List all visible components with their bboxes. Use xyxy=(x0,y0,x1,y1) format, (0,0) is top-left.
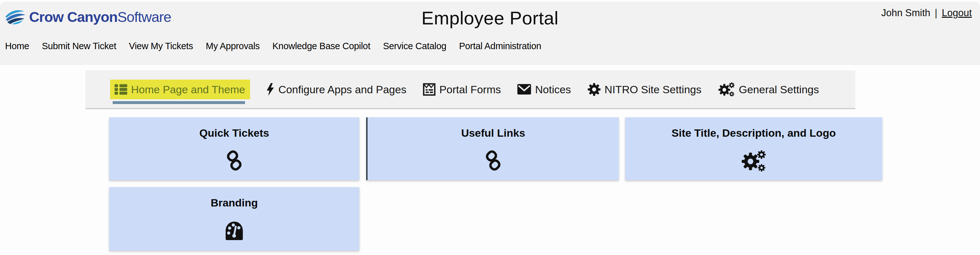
tile-site-title-description-logo[interactable]: Site Title, Description, and Logo xyxy=(625,117,882,180)
tab-label: NITRO Site Settings xyxy=(605,84,702,95)
tile-title: Useful Links xyxy=(461,127,525,139)
nav-item-service-catalog[interactable]: Service Catalog xyxy=(383,41,446,51)
admin-tab-bar: Home Page and Theme Configure Apps and P… xyxy=(86,71,855,109)
nav-item-submit-new-ticket[interactable]: Submit New Ticket xyxy=(42,41,116,51)
nav-item-my-approvals[interactable]: My Approvals xyxy=(206,41,259,51)
bolt-icon xyxy=(267,83,274,96)
gear-icon xyxy=(587,83,601,96)
nav-item-knowledge-base-copilot[interactable]: Knowledge Base Copilot xyxy=(272,41,370,51)
tile-title: Branding xyxy=(210,197,258,209)
form-icon xyxy=(423,83,436,96)
envelope-icon xyxy=(517,84,531,95)
tab-notices[interactable]: Notices xyxy=(517,84,571,95)
nav-item-home[interactable]: Home xyxy=(5,41,29,51)
tab-label: Home Page and Theme xyxy=(131,84,245,95)
gears-icon xyxy=(718,82,735,97)
tile-quick-tickets[interactable]: Quick Tickets xyxy=(109,117,359,180)
tab-label: Configure Apps and Pages xyxy=(278,84,406,95)
palette-icon xyxy=(223,220,246,241)
tile-title: Quick Tickets xyxy=(199,127,269,139)
tile-useful-links[interactable]: Useful Links xyxy=(366,117,619,180)
nav-item-portal-administration[interactable]: Portal Administration xyxy=(459,41,541,51)
user-box: John Smith | Logout xyxy=(881,7,972,19)
tile-title: Site Title, Description, and Logo xyxy=(672,127,836,139)
tab-portal-forms[interactable]: Portal Forms xyxy=(423,83,501,96)
main-nav: Home Submit New Ticket View My Tickets M… xyxy=(5,41,541,51)
tile-branding[interactable]: Branding xyxy=(109,187,359,250)
list-icon xyxy=(115,84,127,95)
logout-link[interactable]: Logout xyxy=(942,7,972,19)
user-name: John Smith xyxy=(881,7,930,19)
nav-item-view-my-tickets[interactable]: View My Tickets xyxy=(129,41,193,51)
gears-icon xyxy=(741,150,766,172)
page-title: Employee Portal xyxy=(0,7,980,29)
tab-general-settings[interactable]: General Settings xyxy=(718,82,819,97)
tab-home-page-and-theme[interactable]: Home Page and Theme xyxy=(110,80,250,99)
tab-configure-apps-and-pages[interactable]: Configure Apps and Pages xyxy=(267,83,406,96)
link-icon xyxy=(484,150,503,171)
tab-label: Portal Forms xyxy=(439,84,501,95)
link-icon xyxy=(225,150,244,171)
tab-label: General Settings xyxy=(739,84,819,95)
user-separator: | xyxy=(935,7,937,19)
active-tab-underline xyxy=(113,101,245,104)
header: Crow CanyonSoftware Employee Portal John… xyxy=(0,2,980,65)
tab-nitro-site-settings[interactable]: NITRO Site Settings xyxy=(587,83,702,96)
tab-label: Notices xyxy=(535,84,571,95)
